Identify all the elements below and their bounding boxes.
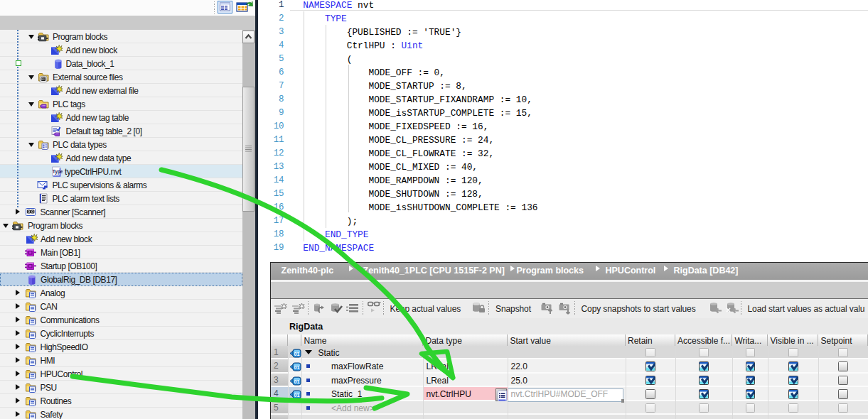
- svg-text:Type: Type: [53, 169, 63, 175]
- svg-text:01: 01: [294, 351, 299, 356]
- svg-text:01: 01: [294, 365, 299, 370]
- svg-text:01: 01: [294, 379, 299, 383]
- svg-text:01: 01: [294, 393, 299, 398]
